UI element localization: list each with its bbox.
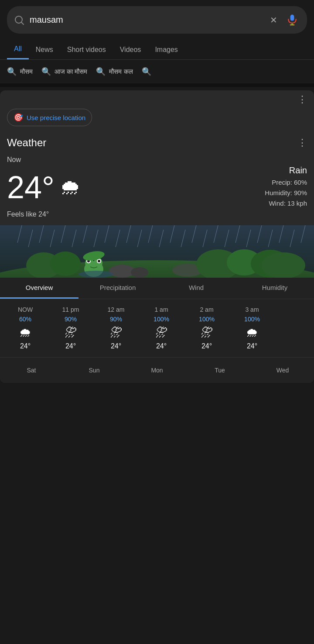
day-label-mon: Mon [151,367,163,374]
related-item-2[interactable]: 🔍 आज का मौसम [41,67,87,76]
weather-title: Weather [7,137,46,149]
search-bar: mausam ✕ [7,6,307,34]
hour-icon-now: 🌧 [19,325,31,340]
weather-tab-wind[interactable]: Wind [157,278,236,299]
divider-1 [0,83,314,87]
hour-time-2am: 2 am [200,306,213,313]
day-label-wed: Wed [276,367,289,374]
day-item-mon[interactable]: Mon [126,363,188,378]
svg-rect-4 [290,24,295,25]
svg-point-45 [78,271,113,278]
related-text-3: मौसम कल [109,68,133,76]
svg-point-35 [131,267,148,278]
svg-point-43 [98,260,100,262]
condition-label: Rain [265,165,307,176]
temp-left: 24° 🌧 [7,172,81,203]
hour-item-1am: 1 am 100% ⛈ 24° [140,306,183,350]
tab-videos[interactable]: Videos [113,41,148,59]
weather-tab-overview[interactable]: Overview [0,278,78,299]
tab-all[interactable]: All [7,40,29,59]
day-label-sat: Sat [27,367,36,374]
related-item-1[interactable]: 🔍 मौसम [7,67,33,76]
feels-like: Feels like 24° [7,210,307,218]
hour-item-now: NOW 60% 🌧 24° [3,306,47,350]
weather-options-icon[interactable]: ⋮ [297,137,307,148]
hour-temp-3am: 24° [247,342,257,350]
location-row: ⋮ [0,90,314,109]
search-icon-1: 🔍 [7,67,17,76]
related-item-4[interactable]: 🔍 [142,67,151,76]
hour-temp-now: 24° [20,342,31,350]
hourly-forecast: NOW 60% 🌧 24° 11 pm 90% ⛈ 24° 12 am 90% … [0,299,314,357]
location-icon: 🎯 [14,113,23,122]
related-item-3[interactable]: 🔍 मौसम कल [96,67,133,76]
svg-line-1 [21,22,24,24]
hour-item-12am: 12 am 90% ⛈ 24° [94,306,138,350]
tab-short-videos[interactable]: Short videos [60,41,113,59]
wind-detail: Wind: 13 kph [265,198,307,209]
weather-tab-humidity[interactable]: Humidity [236,278,314,299]
mic-button[interactable] [284,11,300,28]
hour-icon-3am: 🌧 [246,325,258,340]
weather-condition-icon: 🌧 [60,175,81,199]
svg-rect-2 [290,15,294,21]
use-precise-location-button[interactable]: 🎯 Use precise location [7,109,92,126]
weather-tab-precipitation[interactable]: Precipitation [78,278,157,299]
day-label-tue: Tue [215,367,225,374]
temperature-row: 24° 🌧 Rain Precip: 60% Humidity: 90% Win… [7,165,307,209]
now-label: Now [7,156,307,164]
hour-temp-11pm: 24° [65,342,76,350]
mic-icon [286,13,298,25]
weather-details-right: Rain Precip: 60% Humidity: 90% Wind: 13 … [265,165,307,209]
day-item-sat[interactable]: Sat [0,363,63,378]
search-icon-4: 🔍 [142,67,151,76]
hour-precip-1am: 100% [154,316,169,323]
day-item-sun[interactable]: Sun [63,363,126,378]
tab-images[interactable]: Images [148,41,184,59]
hour-icon-11pm: ⛈ [65,325,77,340]
hour-icon-2am: ⛈ [201,325,213,340]
svg-point-51 [50,251,81,276]
clear-button[interactable]: ✕ [268,13,279,27]
hour-precip-now: 60% [19,316,31,323]
hour-time-3am: 3 am [245,306,259,313]
search-icon-3: 🔍 [96,67,106,76]
hour-item-2am: 2 am 100% ⛈ 24° [185,306,229,350]
hour-precip-11pm: 90% [65,316,77,323]
weather-header: Weather ⋮ [0,130,314,152]
weather-card: ⋮ 🎯 Use precise location Weather ⋮ Now 2… [0,90,314,383]
related-text-2: आज का मौसम [55,68,87,76]
hour-precip-2am: 100% [199,316,215,323]
daily-forecast: Sat Sun Mon Tue Wed [0,357,314,383]
search-icon [14,15,24,25]
hour-time-now: NOW [18,306,33,313]
hour-item-11pm: 11 pm 90% ⛈ 24° [49,306,92,350]
weather-scene-svg [0,225,314,278]
day-item-tue[interactable]: Tue [188,363,251,378]
humidity-detail: Humidity: 90% [265,188,307,198]
search-icon-2: 🔍 [41,67,51,76]
hour-temp-2am: 24° [201,342,212,350]
hour-icon-12am: ⛈ [110,325,122,340]
search-query[interactable]: mausam [30,15,263,25]
temperature-value: 24° [7,172,55,203]
day-label-sun: Sun [89,367,100,374]
svg-rect-3 [291,23,293,25]
search-tabs: All News Short videos Videos Images [0,40,314,60]
tab-news[interactable]: News [29,41,60,59]
hour-time-11pm: 11 pm [62,306,79,313]
day-item-wed[interactable]: Wed [251,363,314,378]
weather-scene-illustration [0,225,314,278]
search-bar-container: mausam ✕ [0,0,314,40]
related-text-1: मौसम [20,68,33,76]
hour-precip-12am: 90% [110,316,122,323]
hour-icon-1am: ⛈ [155,325,167,340]
more-options-icon[interactable]: ⋮ [297,94,307,105]
location-button-label: Use precise location [27,114,85,121]
hour-time-1am: 1 am [154,306,168,313]
hour-time-12am: 12 am [108,306,125,313]
precip-detail: Precip: 60% [265,177,307,188]
weather-tabs: Overview Precipitation Wind Humidity [0,278,314,299]
hour-item-3am: 3 am 100% 🌧 24° [230,306,274,350]
current-weather: Now 24° 🌧 Rain Precip: 60% Humidity: 90%… [0,152,314,222]
